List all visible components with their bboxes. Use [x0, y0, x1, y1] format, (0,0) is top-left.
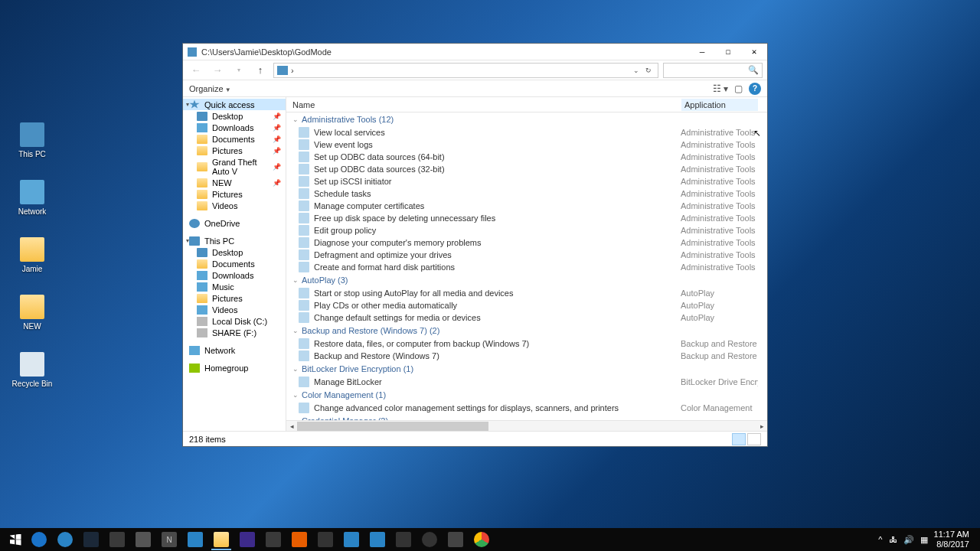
group-header[interactable]: ⌄Color Management (1)	[286, 388, 764, 402]
list-item[interactable]: Backup and Restore (Windows 7)Backup and…	[286, 350, 764, 362]
list-item[interactable]: Create and format hard disk partitionsAd…	[286, 261, 764, 273]
taskbar-calc[interactable]	[312, 529, 338, 550]
sidebar-item-documents[interactable]: Documents	[183, 258, 286, 269]
sidebar-item-videos[interactable]: Videos	[183, 304, 286, 315]
taskbar-edge[interactable]	[26, 529, 52, 550]
sidebar-item-network[interactable]: Network	[183, 344, 286, 356]
taskbar-app-11[interactable]	[443, 529, 469, 550]
up-button[interactable]: ↑	[252, 62, 269, 79]
list-item[interactable]: Diagnose your computer's memory problems…	[286, 236, 764, 249]
close-button[interactable]: ✕	[741, 44, 767, 60]
sidebar-item-documents[interactable]: Documents📌	[183, 133, 286, 145]
tray-app-icon[interactable]: ▦	[920, 535, 928, 545]
sidebar-item-downloads[interactable]: Downloads📌	[183, 122, 286, 133]
list-item[interactable]: View local servicesAdministrative Tools	[286, 126, 764, 139]
list-item[interactable]: Start or stop using AutoPlay for all med…	[286, 287, 764, 299]
taskbar-app-3[interactable]	[130, 529, 156, 550]
desktop-icon-network[interactable]: Network	[9, 180, 55, 216]
desktop-icon-recycle-bin[interactable]: Recycle Bin	[9, 352, 55, 388]
nav-pane[interactable]: ▾Quick accessDesktop📌Downloads📌Documents…	[183, 97, 286, 431]
sidebar-item-pictures[interactable]: Pictures	[183, 292, 286, 304]
taskbar-obs[interactable]	[416, 529, 443, 550]
list-item[interactable]: Change default settings for media or dev…	[286, 311, 764, 324]
group-header[interactable]: ⌄AutoPlay (3)	[286, 273, 764, 287]
taskbar-app-7[interactable]	[260, 529, 286, 550]
scroll-left-icon[interactable]: ◂	[286, 422, 297, 431]
organize-menu[interactable]: Organize	[189, 84, 231, 93]
minimize-button[interactable]: —	[689, 44, 715, 60]
group-header[interactable]: ⌄Credential Manager (2)	[286, 414, 764, 420]
tray-network-icon[interactable]: 🖧	[889, 535, 897, 544]
search-box[interactable]: 🔍	[663, 63, 763, 78]
view-options-button[interactable]: ☷ ▾	[713, 83, 728, 94]
taskbar-steam[interactable]	[78, 529, 104, 550]
taskbar-app-8[interactable]	[338, 529, 364, 550]
taskbar-app-2[interactable]	[104, 529, 130, 550]
list-item[interactable]: Play CDs or other media automaticallyAut…	[286, 299, 764, 311]
list-item[interactable]: Manage computer certificatesAdministrati…	[286, 200, 764, 212]
desktop-icon-new[interactable]: NEW	[9, 295, 55, 331]
recent-dropdown[interactable]: ▾	[230, 62, 247, 79]
list-item[interactable]: Restore data, files, or computer from ba…	[286, 337, 764, 350]
list-item[interactable]: Set up iSCSI initiatorAdministrative Too…	[286, 175, 764, 187]
sidebar-item-pictures[interactable]: Pictures📌	[183, 145, 286, 156]
list-item[interactable]: Set up ODBC data sources (64-bit)Adminis…	[286, 151, 764, 163]
list-item[interactable]: Manage BitLockerBitLocker Drive Encrypti…	[286, 376, 764, 388]
horizontal-scrollbar[interactable]: ◂ ▸	[286, 420, 767, 431]
taskbar-app-6[interactable]	[234, 529, 260, 550]
column-headers[interactable]: Name Application	[286, 97, 767, 112]
list-item[interactable]: Edit group policyAdministrative Tools	[286, 224, 764, 236]
sidebar-item-onedrive[interactable]: OneDrive	[183, 217, 286, 229]
tray-volume-icon[interactable]: 🔊	[903, 535, 914, 545]
taskbar[interactable]: N ^ 🖧 🔊 ▦ 11:17 AM 8/8/2017	[0, 528, 980, 551]
taskbar-chrome[interactable]	[469, 529, 495, 550]
start-button[interactable]	[5, 529, 26, 550]
tray-overflow-icon[interactable]: ^	[878, 535, 882, 544]
sidebar-item-videos[interactable]: Videos	[183, 200, 286, 211]
system-tray[interactable]: ^ 🖧 🔊 ▦ 11:17 AM 8/8/2017	[878, 530, 975, 549]
sidebar-item-quick-access[interactable]: ▾Quick access	[183, 99, 286, 110]
help-button[interactable]: ?	[749, 83, 761, 95]
sidebar-item-local-disk-c-[interactable]: Local Disk (C:)	[183, 315, 286, 327]
expand-icon[interactable]: ▾	[186, 101, 189, 108]
address-bar[interactable]: › ⌄ ↻	[273, 63, 658, 78]
sidebar-item-desktop[interactable]: Desktop	[183, 246, 286, 258]
taskbar-app-5[interactable]	[182, 529, 208, 550]
scroll-thumb[interactable]	[297, 422, 488, 431]
column-application[interactable]: Application	[681, 99, 758, 111]
list-item[interactable]: Schedule tasksAdministrative Tools	[286, 187, 764, 200]
item-list[interactable]: ↖ ⌄Administrative Tools (12)View local s…	[286, 112, 767, 420]
list-item[interactable]: Free up disk space by deleting unnecessa…	[286, 212, 764, 224]
list-item[interactable]: View event logsAdministrative Tools	[286, 139, 764, 151]
taskbar-app-1[interactable]	[52, 529, 78, 550]
list-item[interactable]: Change advanced color management setting…	[286, 402, 764, 414]
list-item[interactable]: Defragment and optimize your drivesAdmin…	[286, 249, 764, 261]
thumb-view-button[interactable]	[747, 433, 761, 445]
group-header[interactable]: ⌄Administrative Tools (12)	[286, 112, 764, 126]
sidebar-item-grand-theft-auto-v[interactable]: Grand Theft Auto V📌	[183, 156, 286, 177]
group-header[interactable]: ⌄BitLocker Drive Encryption (1)	[286, 362, 764, 376]
titlebar[interactable]: C:\Users\Jamie\Desktop\GodMode — ☐ ✕	[183, 44, 767, 60]
scroll-right-icon[interactable]: ▸	[756, 422, 767, 431]
sidebar-item-new[interactable]: NEW📌	[183, 177, 286, 188]
sidebar-item-this-pc[interactable]: ▾This PC	[183, 235, 286, 246]
expand-icon[interactable]: ▾	[186, 237, 189, 244]
preview-pane-button[interactable]: ▢	[734, 83, 743, 94]
sidebar-item-downloads[interactable]: Downloads	[183, 269, 286, 281]
sidebar-item-homegroup[interactable]: Homegroup	[183, 362, 286, 373]
sidebar-item-pictures[interactable]: Pictures	[183, 188, 286, 200]
taskbar-vlc[interactable]	[286, 529, 312, 550]
maximize-button[interactable]: ☐	[715, 44, 741, 60]
address-dropdown-icon[interactable]: ⌄	[630, 67, 642, 74]
taskbar-app-4[interactable]: N	[156, 529, 182, 550]
sidebar-item-desktop[interactable]: Desktop📌	[183, 110, 286, 122]
clock[interactable]: 11:17 AM 8/8/2017	[934, 530, 969, 549]
group-header[interactable]: ⌄Backup and Restore (Windows 7) (2)	[286, 324, 764, 337]
details-view-button[interactable]	[732, 433, 746, 445]
taskbar-explorer[interactable]	[208, 529, 234, 550]
desktop-icon-this-pc[interactable]: This PC	[9, 122, 55, 158]
refresh-icon[interactable]: ↻	[642, 67, 655, 74]
list-item[interactable]: Set up ODBC data sources (32-bit)Adminis…	[286, 163, 764, 175]
sidebar-item-music[interactable]: Music	[183, 281, 286, 292]
sidebar-item-share-f-[interactable]: SHARE (F:)	[183, 327, 286, 338]
